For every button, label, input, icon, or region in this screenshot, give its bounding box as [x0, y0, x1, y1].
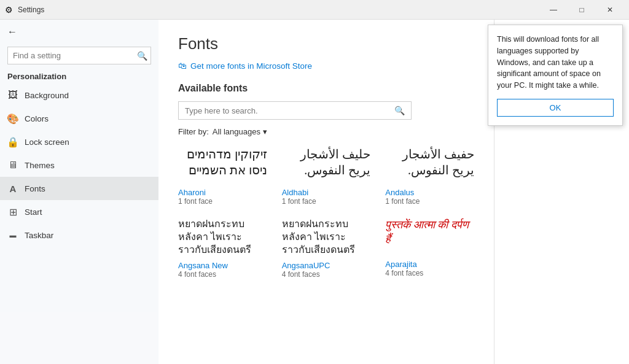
- aldhabi-faces: 1 font face: [282, 197, 371, 206]
- font-card-aldhabi[interactable]: حليف الأشجار يريح النفوس. Aldhabi 1 font…: [282, 146, 371, 206]
- aparajita-faces: 4 font faces: [385, 269, 474, 277]
- sidebar-item-start-label: Start: [25, 207, 42, 217]
- filter-bar: Filter by: All languages ▾: [178, 127, 474, 136]
- font-card-aparajita[interactable]: पुस्तकें आत्मा की दर्पण हैं Aparajita 4 …: [385, 218, 474, 279]
- themes-icon: 🖥: [7, 160, 18, 171]
- search-icon: 🔍: [137, 51, 147, 61]
- taskbar-icon: ▬: [7, 230, 18, 241]
- aparajita-name[interactable]: Aparajita: [385, 260, 474, 269]
- title-bar-title: Settings: [18, 6, 44, 14]
- settings-icon: ⚙: [5, 5, 13, 15]
- filter-value: All languages: [213, 127, 260, 136]
- store-icon: 🛍: [178, 61, 187, 71]
- fonts-search-input[interactable]: [185, 106, 394, 115]
- start-icon: ⊞: [7, 206, 18, 217]
- sidebar-item-background-label: Background: [25, 91, 69, 100]
- sidebar-item-start[interactable]: ⊞ Start: [0, 200, 158, 223]
- back-button[interactable]: ←: [0, 20, 158, 44]
- sidebar: ← 🔍 Personalization 🖼 Background 🎨 Color…: [0, 20, 158, 364]
- title-bar-left: ⚙ Settings: [5, 5, 44, 15]
- sidebar-item-taskbar[interactable]: ▬ Taskbar: [0, 223, 158, 247]
- fonts-search-bar: 🔍: [178, 101, 412, 120]
- sidebar-item-fonts[interactable]: A Fonts: [0, 177, 158, 200]
- aharoni-name[interactable]: Aharoni: [178, 188, 267, 197]
- sidebar-item-background[interactable]: 🖼 Background: [0, 83, 158, 107]
- angsana-new-faces: 4 font faces: [178, 270, 267, 279]
- aparajita-preview: पुस्तकें आत्मा की दर्पण हैं: [385, 218, 474, 255]
- angsanaupc-preview: หยาดฝนกระทบหลังคา ไพเราะราวกับเสียงดนตรี: [282, 218, 371, 256]
- main-content: Fonts 🛍 Get more fonts in Microsoft Stor…: [158, 20, 494, 364]
- filter-chevron-icon: ▾: [263, 127, 267, 136]
- available-fonts-heading: Available fonts: [178, 83, 474, 94]
- store-link[interactable]: 🛍 Get more fonts in Microsoft Store: [178, 61, 474, 71]
- sidebar-item-taskbar-label: Taskbar: [25, 231, 53, 240]
- title-bar-controls: — □ ✕: [539, 0, 624, 20]
- sidebar-section-title: Personalization: [0, 69, 158, 83]
- filter-label: Filter by:: [178, 127, 209, 136]
- angsana-new-name[interactable]: Angsana New: [178, 261, 267, 270]
- sidebar-item-fonts-label: Fonts: [25, 184, 45, 193]
- page-title: Fonts: [178, 34, 474, 53]
- aharoni-faces: 1 font face: [178, 197, 267, 206]
- andalus-preview: حفيف الأشجار يريح النفوس.: [385, 146, 474, 183]
- colors-icon: 🎨: [7, 113, 18, 124]
- sidebar-item-colors[interactable]: 🎨 Colors: [0, 107, 158, 130]
- angsanaupc-faces: 4 font faces: [282, 270, 371, 279]
- font-card-aharoni[interactable]: זיקוקין מדהימים ניסו את השמיים Aharoni 1…: [178, 146, 267, 206]
- minimize-button[interactable]: —: [539, 0, 568, 20]
- background-icon: 🖼: [7, 90, 18, 101]
- andalus-name[interactable]: Andalus: [385, 188, 474, 197]
- sidebar-item-themes-label: Themes: [25, 161, 55, 170]
- back-icon: ←: [7, 26, 17, 37]
- angsanaupc-name[interactable]: AngsanaUPC: [282, 261, 371, 270]
- filter-dropdown[interactable]: All languages ▾: [213, 127, 267, 136]
- close-button[interactable]: ✕: [596, 0, 624, 20]
- sidebar-item-lock-screen-label: Lock screen: [25, 137, 69, 147]
- font-card-angsana-new[interactable]: หยาดฝนกระทบหลังคา ไพเราะราวกับเสียงดนตรี…: [178, 218, 267, 279]
- font-card-angsanaupc[interactable]: หยาดฝนกระทบหลังคา ไพเราะราวกับเสียงดนตรี…: [282, 218, 371, 279]
- aharoni-preview: זיקוקין מדהימים ניסו את השמיים: [178, 146, 267, 183]
- font-card-andalus[interactable]: حفيف الأشجار يريح النفوس. Andalus 1 font…: [385, 146, 474, 206]
- store-link-text: Get more fonts in Microsoft Store: [190, 61, 312, 71]
- andalus-faces: 1 font face: [385, 197, 474, 206]
- tooltip-ok-button[interactable]: OK: [497, 99, 614, 117]
- tooltip-text: This will download fonts for all languag…: [497, 34, 614, 91]
- title-bar: ⚙ Settings — □ ✕: [0, 0, 629, 20]
- fonts-grid: זיקוקין מדהימים ניסו את השמיים Aharoni 1…: [178, 146, 474, 279]
- fonts-icon: A: [7, 183, 18, 194]
- sidebar-item-colors-label: Colors: [25, 114, 49, 123]
- search-input[interactable]: [7, 47, 151, 64]
- lock-screen-icon: 🔒: [7, 136, 18, 147]
- sidebar-item-themes[interactable]: 🖥 Themes: [0, 153, 158, 177]
- angsana-new-preview: หยาดฝนกระทบหลังคา ไพเราะราวกับเสียงดนตรี: [178, 218, 267, 256]
- fonts-search-icon: 🔍: [394, 106, 405, 115]
- sidebar-item-lock-screen[interactable]: 🔒 Lock screen: [0, 130, 158, 153]
- maximize-button[interactable]: □: [568, 0, 596, 20]
- tooltip-popup: This will download fonts for all languag…: [488, 25, 623, 126]
- aldhabi-preview: حليف الأشجار يريح النفوس.: [282, 146, 371, 183]
- search-container: 🔍: [7, 47, 151, 64]
- aldhabi-name[interactable]: Aldhabi: [282, 188, 371, 197]
